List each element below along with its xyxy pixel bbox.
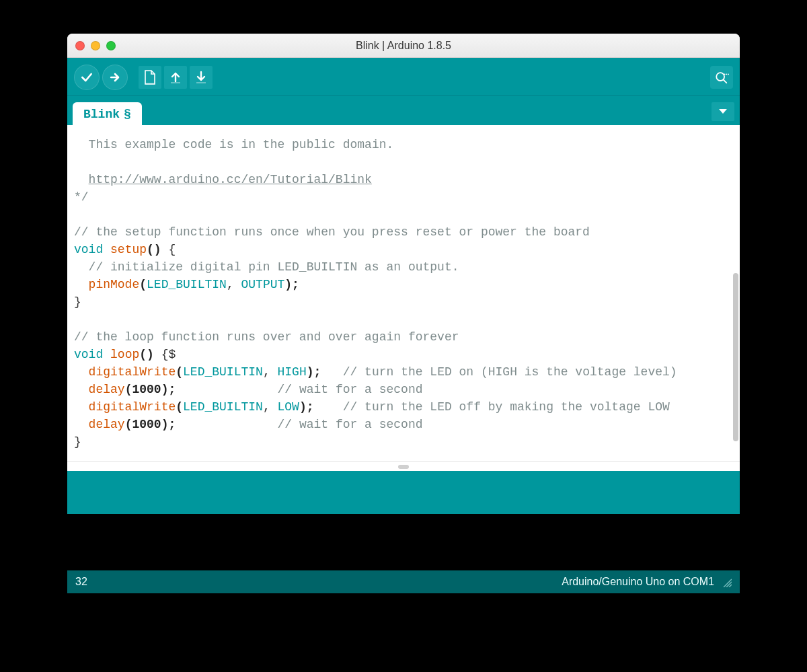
chevron-down-icon bbox=[718, 108, 728, 115]
grip-icon bbox=[398, 465, 409, 469]
tab-dirty-indicator: § bbox=[124, 108, 131, 121]
toolbar bbox=[67, 58, 740, 96]
tab-blink[interactable]: Blink § bbox=[73, 102, 142, 125]
status-board-port: Arduino/Genuino Uno on COM1 bbox=[562, 576, 714, 588]
new-sketch-button[interactable] bbox=[139, 66, 161, 89]
arrow-up-icon bbox=[169, 71, 182, 84]
resize-grip-icon bbox=[721, 576, 732, 587]
titlebar: Blink | Arduino 1.8.5 bbox=[67, 34, 740, 58]
minimize-window-button[interactable] bbox=[91, 41, 100, 50]
window-controls bbox=[75, 41, 116, 50]
svg-rect-1 bbox=[171, 82, 180, 83]
save-sketch-button[interactable] bbox=[190, 66, 213, 89]
lower-black-gap bbox=[67, 514, 740, 570]
svg-point-5 bbox=[726, 73, 727, 75]
tab-menu-button[interactable] bbox=[712, 102, 734, 121]
statusbar: 32 Arduino/Genuino Uno on COM1 bbox=[67, 570, 740, 593]
status-line-number: 32 bbox=[75, 576, 87, 588]
svg-point-4 bbox=[724, 73, 726, 75]
tab-label: Blink bbox=[83, 108, 120, 121]
tutorial-link[interactable]: http://www.arduino.cc/en/Tutorial/Blink bbox=[89, 173, 372, 186]
sketch-tabbar: Blink § bbox=[67, 96, 740, 125]
open-sketch-button[interactable] bbox=[164, 66, 187, 89]
code-editor[interactable]: This example code is in the public domai… bbox=[67, 125, 740, 457]
upload-button[interactable] bbox=[102, 65, 128, 90]
console-panel bbox=[67, 471, 740, 514]
arrow-right-icon bbox=[108, 71, 122, 84]
verify-button[interactable] bbox=[74, 65, 100, 90]
file-icon bbox=[144, 70, 156, 85]
zoom-window-button[interactable] bbox=[106, 41, 116, 50]
editor-area[interactable]: This example code is in the public domai… bbox=[67, 125, 740, 461]
svg-point-6 bbox=[728, 73, 729, 75]
arrow-down-icon bbox=[195, 71, 207, 84]
svg-rect-2 bbox=[196, 82, 206, 83]
serial-monitor-button[interactable] bbox=[710, 66, 733, 89]
magnifier-icon bbox=[714, 71, 729, 84]
check-icon bbox=[80, 71, 93, 84]
arduino-ide-window: Blink | Arduino 1.8.5 bbox=[67, 34, 740, 593]
svg-rect-0 bbox=[145, 83, 155, 84]
window-title: Blink | Arduino 1.8.5 bbox=[67, 40, 740, 52]
editor-scrollbar[interactable] bbox=[733, 273, 738, 441]
splitter[interactable] bbox=[67, 461, 740, 471]
close-window-button[interactable] bbox=[75, 41, 85, 50]
